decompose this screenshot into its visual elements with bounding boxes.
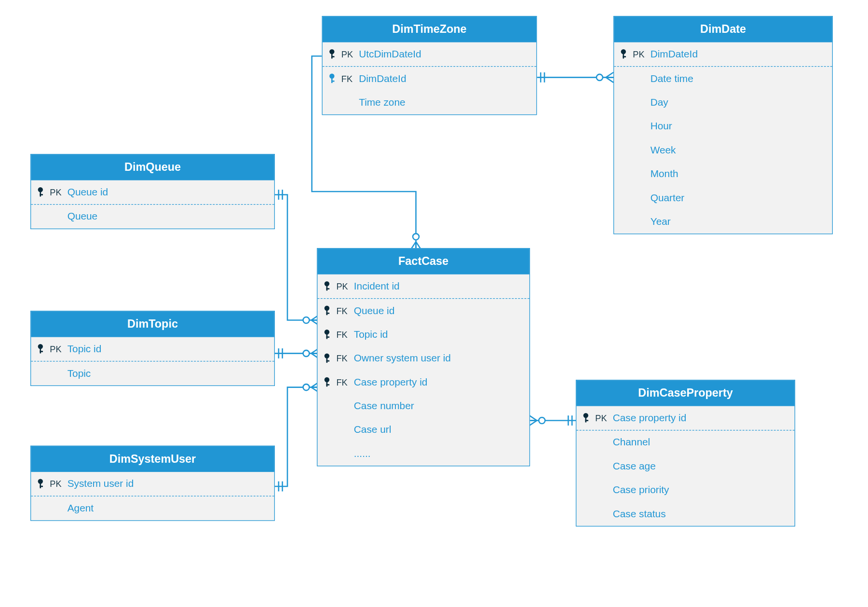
entity-row: FK Topic id <box>317 323 529 346</box>
svg-point-36 <box>325 377 329 382</box>
entity-row: Week <box>614 138 832 162</box>
attr-label: Case url <box>354 424 391 435</box>
entity-row: Year <box>614 210 832 234</box>
key-icon <box>324 377 332 388</box>
svg-rect-29 <box>326 313 330 314</box>
attr-label: Topic id <box>68 344 102 355</box>
key-icon <box>324 329 332 340</box>
svg-point-18 <box>38 344 43 349</box>
attr-label: System user id <box>68 478 134 489</box>
entity-row: Month <box>614 162 832 186</box>
entity-row: FK Case property id <box>317 371 529 394</box>
entity-row: PK DimDateId <box>614 42 832 67</box>
svg-rect-20 <box>40 351 43 352</box>
entity-row: Case priority <box>576 478 794 502</box>
attr-label: Agent <box>68 503 94 514</box>
svg-rect-38 <box>326 384 330 386</box>
svg-rect-22 <box>40 483 41 488</box>
key-type: FK <box>336 306 350 316</box>
attr-label: Case property id <box>354 377 428 388</box>
key-type: PK <box>595 413 609 423</box>
entity-row: FK Owner system user id <box>317 346 529 370</box>
svg-rect-40 <box>585 417 587 422</box>
svg-point-30 <box>325 330 329 334</box>
key-icon <box>620 49 629 60</box>
entity-dimtimezone[interactable]: DimTimeZone PK UtcDimDateId FK DimDateId… <box>322 16 537 115</box>
entity-row: Case status <box>576 502 794 526</box>
entity-row: ...... <box>317 442 529 466</box>
entity-row: PK Case property id <box>576 406 794 431</box>
entity-row: PK Topic id <box>31 337 274 362</box>
svg-rect-23 <box>40 486 43 487</box>
entity-row: PK Queue id <box>31 180 274 205</box>
entity-factcase[interactable]: FactCase PK Incident id FK Queue id FK T… <box>317 248 530 466</box>
key-type: PK <box>336 281 350 291</box>
svg-rect-8 <box>331 56 335 57</box>
entity-header: DimCaseProperty <box>576 380 794 406</box>
key-icon <box>37 478 46 489</box>
svg-point-3 <box>303 350 310 357</box>
entity-row: Hour <box>614 114 832 138</box>
entity-row: Case age <box>576 455 794 478</box>
svg-point-0 <box>597 74 603 81</box>
svg-point-5 <box>539 417 545 424</box>
key-icon <box>583 413 591 424</box>
entity-row: PK UtcDimDateId <box>323 42 536 67</box>
er-diagram-canvas: DimTimeZone PK UtcDimDateId FK DimDateId… <box>24 10 864 607</box>
attr-label: Case number <box>354 400 414 412</box>
entity-row: Queue <box>31 205 274 228</box>
key-icon <box>37 344 46 355</box>
key-icon <box>324 305 332 316</box>
svg-rect-41 <box>585 420 589 421</box>
attr-label: Queue <box>68 211 97 222</box>
key-icon <box>324 353 332 364</box>
entity-dimcaseproperty[interactable]: DimCaseProperty PK Case property id Chan… <box>576 380 795 526</box>
attr-label: Year <box>651 216 671 227</box>
entity-row: Date time <box>614 67 832 90</box>
entity-header: DimSystemUser <box>31 446 274 472</box>
entity-dimqueue[interactable]: DimQueue PK Queue id Queue <box>30 154 275 229</box>
svg-point-15 <box>38 187 43 192</box>
svg-point-1 <box>413 234 419 240</box>
attr-label: Queue id <box>354 305 394 316</box>
entity-row: Day <box>614 91 832 114</box>
svg-rect-34 <box>326 358 328 363</box>
attr-label: Queue id <box>68 187 108 198</box>
attr-label: Channel <box>613 437 650 448</box>
key-icon <box>37 187 46 198</box>
entity-dimsystemuser[interactable]: DimSystemUser PK System user id Agent <box>30 445 275 521</box>
key-icon <box>329 49 338 60</box>
entity-header: DimTimeZone <box>323 16 536 42</box>
key-type: FK <box>336 353 350 363</box>
svg-point-24 <box>325 281 329 286</box>
attr-label: Day <box>651 97 668 108</box>
svg-rect-37 <box>326 382 328 386</box>
key-type: FK <box>341 74 355 84</box>
attr-label: Case status <box>613 509 666 520</box>
svg-point-6 <box>329 49 334 54</box>
svg-rect-32 <box>326 336 330 338</box>
entity-row: Channel <box>576 430 794 454</box>
attr-label: Case age <box>613 461 656 472</box>
entity-row: Agent <box>31 497 274 520</box>
key-type: PK <box>633 49 647 59</box>
svg-point-39 <box>583 413 588 418</box>
svg-point-4 <box>303 384 310 390</box>
attr-label: UtcDimDateId <box>359 49 421 60</box>
attr-label: Owner system user id <box>354 353 451 364</box>
key-type: PK <box>50 344 64 354</box>
entity-row: PK System user id <box>31 472 274 497</box>
svg-point-21 <box>38 479 43 483</box>
svg-rect-28 <box>326 310 328 315</box>
key-type: PK <box>50 187 64 197</box>
entity-dimdate[interactable]: DimDate PK DimDateId Date time Day Hour … <box>613 16 833 234</box>
attr-label: DimDateId <box>651 49 698 60</box>
entity-row: Topic <box>31 361 274 385</box>
entity-dimtopic[interactable]: DimTopic PK Topic id Topic <box>30 311 275 386</box>
svg-rect-14 <box>623 56 626 57</box>
svg-point-2 <box>303 317 310 323</box>
attr-label: Week <box>651 145 676 156</box>
key-type: FK <box>336 330 350 340</box>
entity-row: Time zone <box>323 91 536 114</box>
attr-label: Incident id <box>354 281 400 292</box>
